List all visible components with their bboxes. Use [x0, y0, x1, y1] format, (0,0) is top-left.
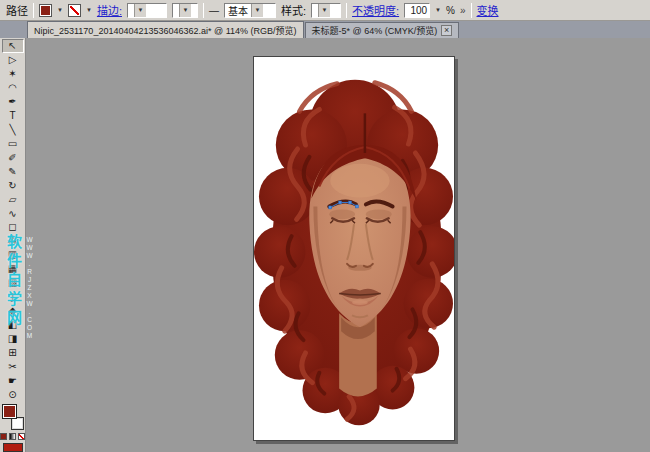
rotate-tool[interactable]: ↻: [2, 178, 24, 192]
stroke-color-swatch[interactable]: [68, 4, 81, 17]
color-button[interactable]: [0, 433, 7, 440]
opacity-input[interactable]: 100: [404, 3, 430, 18]
none-button[interactable]: [18, 433, 25, 440]
gradient-button[interactable]: [9, 433, 16, 440]
stroke-link[interactable]: 描边:: [97, 2, 122, 18]
magic-wand-tool[interactable]: ✶: [2, 67, 24, 81]
options-bar: 路径 ▼ ▼ 描边: ▼ ▼ — 基本 ▼ 样式: ▼ 不透明度: 100 ▼ …: [0, 0, 650, 21]
column-graph-tool[interactable]: ▥: [2, 248, 24, 262]
separator: [33, 3, 34, 18]
direct-selection-tool[interactable]: ▷: [2, 53, 24, 67]
paintbrush-tool[interactable]: ✐: [2, 150, 24, 164]
current-color-strip: [3, 443, 23, 452]
workspace: ↖ ▷ ✶ ◠ ✒ T ╲ ▭ ✐ ✎ ↻ ▱ ∿ ◻ ⁂ ▥ ▦ ▨ ∫ ◆ …: [0, 38, 650, 452]
opacity-dropdown-icon[interactable]: ▼: [435, 7, 441, 13]
blend-tool[interactable]: ◆: [2, 304, 24, 318]
lasso-tool[interactable]: ◠: [2, 81, 24, 95]
line-segment-tool[interactable]: ╲: [2, 123, 24, 137]
style-dropdown[interactable]: ▼: [311, 3, 341, 18]
opacity-link[interactable]: 不透明度:: [352, 2, 399, 18]
tools-panel: ↖ ▷ ✶ ◠ ✒ T ╲ ▭ ✐ ✎ ↻ ▱ ∿ ◻ ⁂ ▥ ▦ ▨ ∫ ◆ …: [0, 38, 26, 452]
separator: [471, 3, 472, 18]
fill-swatch[interactable]: [2, 404, 17, 419]
close-icon[interactable]: ×: [441, 25, 452, 36]
tab-document-2[interactable]: 未标题-5* @ 64% (CMYK/预览) ×: [305, 22, 460, 38]
stroke-weight-dropdown[interactable]: ▼: [127, 3, 167, 18]
appearance-value: 基本: [225, 4, 251, 17]
scissors-tool[interactable]: ✂: [2, 359, 24, 373]
illustrator-window: 路径 ▼ ▼ 描边: ▼ ▼ — 基本 ▼ 样式: ▼ 不透明度: 100 ▼ …: [0, 0, 650, 452]
rectangle-tool[interactable]: ▭: [2, 136, 24, 150]
live-paint-bucket-tool[interactable]: ◧: [2, 317, 24, 331]
fill-dropdown-icon[interactable]: ▼: [57, 7, 63, 13]
chevron-down-icon[interactable]: ▼: [179, 4, 191, 17]
chevron-down-icon[interactable]: ▼: [134, 4, 146, 17]
canvas-area[interactable]: [26, 38, 650, 452]
live-paint-selection-tool[interactable]: ◨: [2, 331, 24, 345]
stroke-dropdown-icon[interactable]: ▼: [86, 7, 92, 13]
chevron-down-icon[interactable]: ▼: [251, 4, 263, 17]
chevron-down-icon[interactable]: ▼: [318, 4, 330, 17]
tab-title: Nipic_2531170_20140404213536046362.ai* @…: [34, 24, 297, 37]
brush-dropdown[interactable]: ▼: [172, 3, 198, 18]
artboard[interactable]: [253, 56, 455, 441]
style-label: 样式:: [281, 2, 306, 18]
overflow-chevrons-icon[interactable]: »: [460, 5, 466, 16]
document-tab-bar: Nipic_2531170_20140404213536046362.ai* @…: [0, 21, 650, 38]
hand-tool[interactable]: ☛: [2, 373, 24, 387]
free-transform-tool[interactable]: ◻: [2, 220, 24, 234]
type-tool[interactable]: T: [2, 109, 24, 123]
percent-label: %: [446, 5, 455, 16]
color-mode-buttons: [0, 433, 25, 440]
warp-tool[interactable]: ∿: [2, 206, 24, 220]
tab-document-1[interactable]: Nipic_2531170_20140404213536046362.ai* @…: [27, 21, 304, 38]
eyedropper-tool[interactable]: ∫: [2, 290, 24, 304]
appearance-line-icon: —: [209, 5, 219, 16]
mesh-tool[interactable]: ▦: [2, 262, 24, 276]
illustration-woman-face: [254, 57, 454, 440]
pen-tool[interactable]: ✒: [2, 95, 24, 109]
appearance-dropdown[interactable]: 基本 ▼: [224, 3, 276, 18]
fill-stroke-indicator: [1, 404, 25, 430]
selection-tool[interactable]: ↖: [2, 39, 24, 53]
zoom-tool[interactable]: ⊙: [2, 387, 24, 401]
gradient-tool[interactable]: ▨: [2, 276, 24, 290]
context-label: 路径: [6, 2, 28, 18]
slice-tool[interactable]: ⊞: [2, 345, 24, 359]
separator: [203, 3, 204, 18]
scale-tool[interactable]: ▱: [2, 192, 24, 206]
fill-color-swatch[interactable]: [39, 4, 52, 17]
tab-title: 未标题-5* @ 64% (CMYK/预览): [312, 24, 438, 37]
pencil-tool[interactable]: ✎: [2, 164, 24, 178]
symbol-sprayer-tool[interactable]: ⁂: [2, 234, 24, 248]
transform-link[interactable]: 变换: [477, 2, 499, 18]
separator: [346, 3, 347, 18]
